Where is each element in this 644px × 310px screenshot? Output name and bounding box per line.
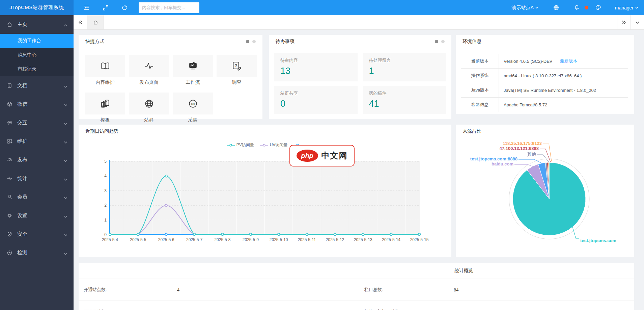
chevron-down-icon (64, 232, 67, 236)
chevron-down-icon (64, 139, 67, 143)
svg-text:5: 5 (104, 159, 107, 164)
php-cn-watermark: php 中文网 (289, 145, 355, 166)
shortcut-site-group[interactable]: 站群 (129, 93, 169, 123)
shortcut-survey[interactable]: ? 调查 (217, 55, 257, 85)
chevron-up-icon (64, 23, 67, 26)
sidebar-item-monitor[interactable]: 检测 (0, 243, 74, 262)
publish-icon (7, 157, 12, 163)
pulse-icon (144, 61, 154, 71)
todo-pending-content[interactable]: 待审内容 13 (274, 53, 358, 81)
card-title: 快捷方式 (85, 38, 104, 45)
tabs-scroll-left-icon[interactable] (74, 15, 87, 29)
todo-value: 41 (369, 99, 440, 109)
sidebar-item-security[interactable]: 安全 (0, 225, 74, 243)
sidebar-item-message-center[interactable]: 消息中心 (0, 48, 74, 62)
site-selector[interactable]: 演示站点A (511, 5, 538, 11)
monitor-icon (7, 250, 12, 256)
sidebar-item-publish[interactable]: 发布 (0, 151, 74, 169)
notifications-bell-icon[interactable] (573, 4, 580, 11)
search-input[interactable] (139, 2, 199, 13)
interaction-icon (7, 120, 12, 126)
sidebar-item-label: 安全 (17, 231, 27, 237)
shortcuts-grid: 内容维护 发布页面 工作流 ? 调查 模板 站群 (79, 48, 262, 123)
stat-label: 管理员总数: (84, 309, 107, 310)
template-icon (100, 99, 110, 109)
topbar-right: 演示站点A manager (511, 4, 644, 11)
user-menu[interactable]: manager (615, 5, 639, 10)
todo-value: 1 (369, 66, 440, 76)
sidebar-item-label: 文档 (17, 82, 27, 89)
card-title: 近期日访问趋势 (85, 128, 118, 134)
wechat-icon (7, 101, 12, 107)
todo-label: 我的稿件 (369, 90, 440, 96)
pie-label-ip2: 47.100.13.121:6888 (500, 146, 539, 151)
watermark-text: 中文网 (321, 150, 348, 161)
svg-text:2: 2 (104, 203, 107, 208)
menu-collapse-icon[interactable] (83, 4, 90, 11)
sidebar-item-stats[interactable]: 统计 (0, 169, 74, 188)
username-label: manager (615, 5, 634, 10)
submenu-label: 消息中心 (18, 52, 36, 58)
sidebar-item-my-workbench[interactable]: 我的工作台 (0, 34, 74, 48)
shortcut-label: 调查 (217, 79, 257, 85)
svg-text:</>: </> (191, 102, 195, 105)
carousel-dot[interactable] (441, 40, 445, 43)
shortcut-publish-page[interactable]: 发布页面 (129, 55, 169, 85)
card-title: 待办事项 (276, 38, 295, 45)
latest-version-link[interactable]: 最新版本 (560, 58, 578, 64)
todo-pending-messages[interactable]: 待处理留言 1 (363, 53, 446, 81)
tab-bar (74, 15, 644, 30)
sidebar-item-wechat[interactable]: 微信 (0, 95, 74, 113)
chevron-down-icon (64, 177, 67, 180)
chevron-down-icon (64, 102, 67, 106)
sidebar-item-audit-record[interactable]: 审核记录 (0, 62, 74, 76)
carousel-dot-active[interactable] (435, 40, 438, 43)
shortcut-template[interactable]: 模板 (85, 93, 125, 123)
sidebar-item-label: 微信 (17, 101, 27, 107)
chevron-down-icon (64, 158, 67, 162)
svg-text:2025-5-10: 2025-5-10 (270, 237, 288, 242)
settings-icon (7, 213, 12, 218)
tab-home[interactable] (87, 15, 104, 29)
language-globe-icon[interactable] (553, 4, 559, 11)
refresh-icon[interactable] (121, 4, 128, 11)
svg-text:2025-5-4: 2025-5-4 (102, 237, 118, 242)
sidebar-item-maintain[interactable]: 维护 (0, 132, 74, 151)
stats-overview-card: 统计概览 开通站点数: 4 栏目总数: 84 管理员总数: 2 机构（部门）总数… (79, 263, 634, 310)
theme-palette-icon[interactable] (595, 4, 601, 11)
shortcut-label: 发布页面 (129, 79, 169, 85)
carousel-dot-active[interactable] (246, 40, 249, 43)
visit-trend-card: 近期日访问趋势 PV访问量UV访问量 0123452025-5-42025-5-… (79, 125, 451, 257)
table-row: Java版本 Java(TM) SE Runtime Environment -… (461, 83, 628, 98)
carousel-dot[interactable] (252, 40, 256, 43)
chevron-down-icon (64, 84, 67, 87)
sidebar-item-interaction[interactable]: 交互 (0, 113, 74, 132)
todo-my-drafts[interactable]: 我的稿件 41 (363, 86, 446, 114)
shortcut-collect[interactable]: </> 采集 (173, 93, 213, 123)
pie-label-baidu: baidu.com (492, 161, 513, 166)
table-row: 当前版本 Version 4.6.5 (SC2)-DEV 最新版本 (461, 54, 628, 69)
todo-value: 0 (280, 99, 352, 109)
stats-icon (7, 176, 12, 181)
security-icon (7, 231, 12, 237)
svg-text:4: 4 (104, 174, 107, 178)
app-logo: JTopCMS站群管理系统 (0, 0, 74, 15)
sidebar-item-home[interactable]: 主页 (0, 15, 74, 34)
shortcut-content-maintain[interactable]: 内容维护 (85, 55, 125, 85)
sidebar-item-label: 会员 (17, 194, 27, 200)
sidebar-item-label: 交互 (17, 120, 27, 126)
code-circle-icon: </> (188, 99, 198, 109)
fullscreen-icon[interactable] (102, 4, 109, 11)
chevron-down-icon (535, 6, 539, 9)
sidebar-item-members[interactable]: 会员 (0, 188, 74, 206)
stat-value: 4 (177, 287, 179, 292)
home-icon (93, 20, 99, 25)
card-title: 环境信息 (463, 38, 481, 45)
todo-site-sharing[interactable]: 站群共享 0 (274, 86, 358, 114)
sidebar-item-settings[interactable]: 设置 (0, 206, 74, 225)
stat-label: 开通站点数: (84, 287, 107, 293)
sidebar-item-docs[interactable]: 文档 (0, 76, 74, 95)
shortcut-workflow[interactable]: 工作流 (173, 55, 213, 85)
tabs-menu-icon[interactable] (631, 15, 644, 29)
tabs-scroll-right-icon[interactable] (617, 15, 631, 29)
